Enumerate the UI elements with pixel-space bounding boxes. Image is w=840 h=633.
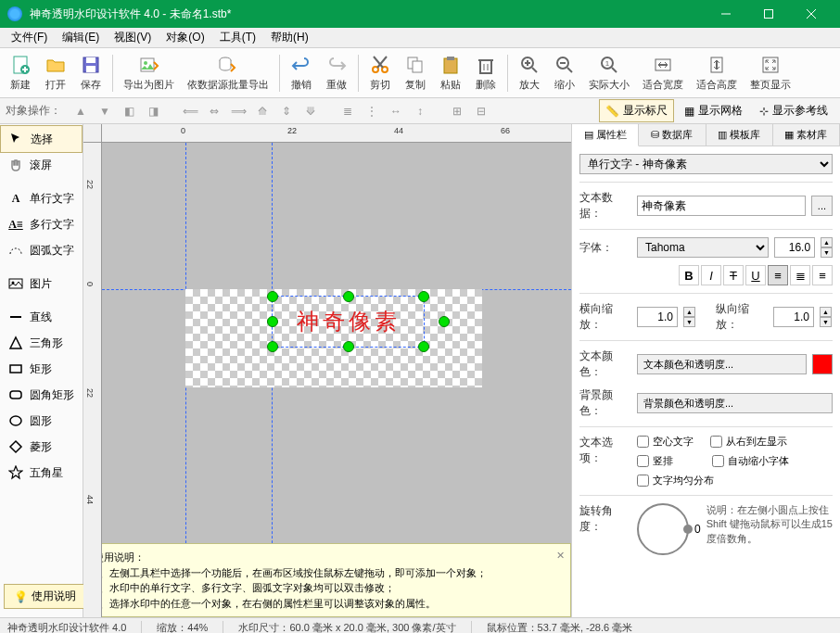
align-center-button[interactable]: ≣	[790, 265, 810, 285]
align-left-button[interactable]: ≡	[768, 265, 788, 285]
underline-button[interactable]: U	[745, 265, 766, 285]
batch-export-button[interactable]: 依数据源批量导出	[182, 52, 274, 94]
selected-text-object[interactable]: 神奇像素	[272, 296, 425, 348]
bring-front-icon[interactable]: ◧	[119, 101, 139, 121]
paste-button[interactable]: 粘贴	[434, 52, 467, 94]
align-right-button[interactable]: ≡	[812, 265, 833, 285]
undo-button[interactable]: 撤销	[285, 52, 318, 94]
tool-line[interactable]: 直线	[0, 304, 83, 330]
vscale-up[interactable]: ▲	[820, 307, 832, 317]
toggle-ruler[interactable]: 📏显示标尺	[599, 99, 674, 122]
actual-size-button[interactable]: 1实际大小	[583, 52, 635, 94]
ungroup-icon[interactable]: ⊟	[471, 101, 491, 121]
minimize-button[interactable]	[705, 0, 747, 28]
bold-button[interactable]: B	[679, 265, 699, 285]
tool-select[interactable]: 选择	[0, 125, 83, 153]
handle-n[interactable]	[343, 291, 354, 302]
help-toggle-button[interactable]: 💡使用说明	[4, 584, 86, 609]
align-top-icon[interactable]: ⟰	[252, 101, 273, 121]
text-data-input[interactable]	[637, 196, 806, 216]
same-height-icon[interactable]: ↕	[410, 101, 430, 121]
export-image-button[interactable]: 导出为图片	[118, 52, 180, 94]
distribute-h-icon[interactable]: ≣	[337, 101, 358, 121]
fit-page-button[interactable]: 整页显示	[745, 52, 796, 94]
tool-single-text[interactable]: A单行文字	[0, 185, 83, 211]
vscale-input[interactable]	[773, 307, 814, 327]
cut-button[interactable]: 剪切	[363, 52, 397, 94]
menu-view[interactable]: 视图(V)	[107, 28, 159, 47]
handle-se[interactable]	[418, 341, 429, 352]
opt-shrink[interactable]: 自动缩小字体	[712, 454, 789, 468]
open-button[interactable]: 打开	[39, 52, 72, 94]
menu-tools[interactable]: 工具(T)	[212, 28, 263, 47]
italic-button[interactable]: I	[701, 265, 721, 285]
tab-templates[interactable]: ▥模板库	[706, 124, 773, 146]
align-center-h-icon[interactable]: ⇔	[204, 101, 224, 121]
rotation-wheel[interactable]	[637, 503, 689, 555]
menu-object[interactable]: 对象(O)	[159, 28, 211, 47]
toggle-guides[interactable]: ⊹显示参考线	[753, 99, 834, 122]
font-select[interactable]: Tahoma	[637, 237, 769, 258]
tool-diamond[interactable]: 菱形	[0, 434, 83, 460]
fit-width-button[interactable]: 适合宽度	[637, 52, 689, 94]
strike-button[interactable]: T	[723, 265, 744, 285]
tool-multi-text[interactable]: A≡多行文字	[0, 211, 83, 237]
handle-nw[interactable]	[267, 291, 278, 302]
menu-edit[interactable]: 编辑(E)	[55, 28, 107, 47]
bg-color-button[interactable]: 背景颜色和透明度...	[637, 393, 833, 413]
layer-down-icon[interactable]: ▼	[95, 101, 115, 121]
canvas-area[interactable]: 0 22 44 66 0 22 22 44 神奇像素	[83, 124, 571, 617]
tool-star[interactable]: 五角星	[0, 460, 83, 486]
tab-assets[interactable]: ▦素材库	[773, 124, 840, 146]
menu-file[interactable]: 文件(F)	[4, 28, 55, 47]
handle-ne[interactable]	[418, 291, 429, 302]
font-size-down[interactable]: ▼	[821, 247, 833, 258]
layer-up-icon[interactable]: ▲	[70, 101, 91, 121]
align-left-icon[interactable]: ⟸	[180, 101, 200, 121]
copy-button[interactable]: 复制	[399, 52, 432, 94]
object-selector[interactable]: 单行文字 - 神奇像素	[579, 154, 833, 174]
hscale-up[interactable]: ▲	[683, 307, 695, 317]
help-close-icon[interactable]: ✕	[556, 548, 565, 563]
zoom-in-button[interactable]: 放大	[513, 52, 546, 94]
tool-rrect[interactable]: 圆角矩形	[0, 382, 83, 408]
tool-pan[interactable]: 滚屏	[0, 152, 83, 178]
distribute-v-icon[interactable]: ⋮	[362, 101, 382, 121]
menu-help[interactable]: 帮助(H)	[263, 28, 316, 47]
maximize-button[interactable]	[747, 0, 790, 28]
zoom-out-button[interactable]: 缩小	[548, 52, 581, 94]
handle-s[interactable]	[343, 341, 354, 352]
tool-rect[interactable]: 矩形	[0, 356, 83, 382]
redo-button[interactable]: 重做	[320, 52, 353, 94]
tab-properties[interactable]: ▤属性栏	[572, 124, 639, 146]
toggle-grid[interactable]: ▦显示网格	[678, 99, 749, 122]
opt-rtl[interactable]: 从右到左显示	[710, 435, 787, 449]
opt-justify[interactable]: 文字均匀分布	[637, 474, 714, 487]
text-color-button[interactable]: 文本颜色和透明度...	[637, 354, 807, 374]
font-size-up[interactable]: ▲	[821, 237, 833, 247]
hscale-down[interactable]: ▼	[683, 317, 695, 327]
tool-circle[interactable]: 圆形	[0, 408, 83, 434]
opt-hollow[interactable]: 空心文字	[637, 435, 694, 449]
hscale-input[interactable]	[637, 307, 678, 327]
save-button[interactable]: 保存	[74, 52, 108, 94]
tool-triangle[interactable]: 三角形	[0, 330, 83, 356]
text-data-more-button[interactable]: ...	[811, 196, 833, 216]
same-width-icon[interactable]: ↔	[386, 101, 406, 121]
handle-rotate[interactable]	[439, 316, 450, 327]
align-middle-icon[interactable]: ⇕	[276, 101, 297, 121]
tool-arc-text[interactable]: 圆弧文字	[0, 237, 83, 263]
close-button[interactable]	[790, 0, 833, 28]
delete-button[interactable]: 删除	[469, 52, 503, 94]
new-button[interactable]: 新建	[4, 52, 37, 94]
opt-vertical[interactable]: 竖排	[637, 454, 673, 468]
tool-image[interactable]: 图片	[0, 271, 83, 297]
align-right-icon[interactable]: ⟹	[228, 101, 248, 121]
fit-height-button[interactable]: 适合高度	[691, 52, 743, 94]
send-back-icon[interactable]: ◨	[143, 101, 163, 121]
vscale-down[interactable]: ▼	[820, 317, 832, 327]
group-icon[interactable]: ⊞	[447, 101, 467, 121]
text-color-swatch[interactable]	[812, 354, 833, 374]
font-size-input[interactable]	[774, 237, 815, 258]
tab-database[interactable]: ⛁数据库	[639, 124, 706, 146]
